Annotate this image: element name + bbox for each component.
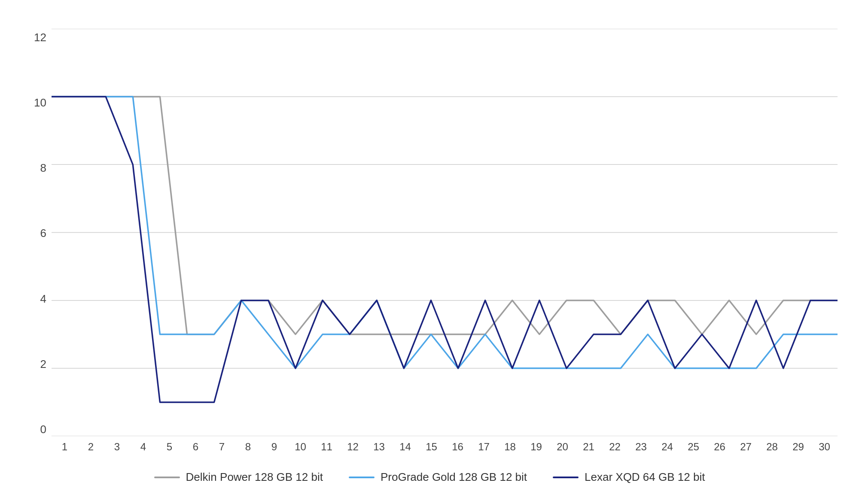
legend-item: Lexar XQD 64 GB 12 bit: [553, 471, 705, 484]
x-label: 18: [497, 441, 523, 453]
x-label: 11: [314, 441, 340, 453]
legend-item: Delkin Power 128 GB 12 bit: [154, 471, 323, 484]
x-label: 26: [707, 441, 733, 453]
x-label: 23: [628, 441, 654, 453]
x-label: 30: [811, 441, 838, 453]
x-label: 2: [78, 441, 104, 453]
x-label: 5: [156, 441, 183, 453]
chart-container: 121086420 123456789101112131415161718192…: [21, 16, 838, 488]
x-label: 17: [471, 441, 497, 453]
x-label: 1: [52, 441, 78, 453]
y-label: 6: [40, 227, 46, 240]
legend-label: Lexar XQD 64 GB 12 bit: [585, 471, 705, 484]
legend-label: Delkin Power 128 GB 12 bit: [186, 471, 323, 484]
x-label: 8: [235, 441, 261, 453]
y-label: 2: [40, 358, 46, 371]
legend-line: [349, 477, 375, 478]
legend: Delkin Power 128 GB 12 bitProGrade Gold …: [21, 462, 838, 488]
y-label: 12: [34, 31, 46, 44]
x-label: 7: [209, 441, 235, 453]
x-label: 13: [366, 441, 392, 453]
x-label: 14: [392, 441, 418, 453]
y-label: 4: [40, 292, 46, 306]
legend-item: ProGrade Gold 128 GB 12 bit: [349, 471, 527, 484]
y-label: 0: [40, 423, 46, 436]
x-axis: 1234567891011121314151617181920212223242…: [52, 436, 838, 458]
y-label: 8: [40, 161, 46, 175]
x-label: 21: [576, 441, 602, 453]
x-label: 24: [654, 441, 680, 453]
x-label: 19: [523, 441, 549, 453]
chart-svg: [52, 29, 838, 436]
x-label: 9: [261, 441, 287, 453]
x-label: 20: [549, 441, 576, 453]
x-label: 27: [733, 441, 759, 453]
x-label: 16: [445, 441, 471, 453]
x-label: 6: [183, 441, 209, 453]
y-axis: 121086420: [21, 29, 52, 458]
x-label: 29: [785, 441, 811, 453]
legend-label: ProGrade Gold 128 GB 12 bit: [381, 471, 527, 484]
plot-area: 1234567891011121314151617181920212223242…: [52, 29, 838, 458]
x-label: 25: [680, 441, 707, 453]
y-label: 10: [34, 96, 46, 109]
legend-line: [553, 477, 579, 478]
x-label: 15: [418, 441, 445, 453]
x-label: 12: [340, 441, 366, 453]
x-label: 4: [130, 441, 156, 453]
x-labels: 1234567891011121314151617181920212223242…: [52, 441, 838, 453]
x-label: 3: [104, 441, 130, 453]
legend-line: [154, 477, 180, 478]
chart-area: 121086420 123456789101112131415161718192…: [21, 29, 838, 458]
x-label: 10: [287, 441, 314, 453]
x-label: 22: [602, 441, 628, 453]
x-label: 28: [759, 441, 785, 453]
